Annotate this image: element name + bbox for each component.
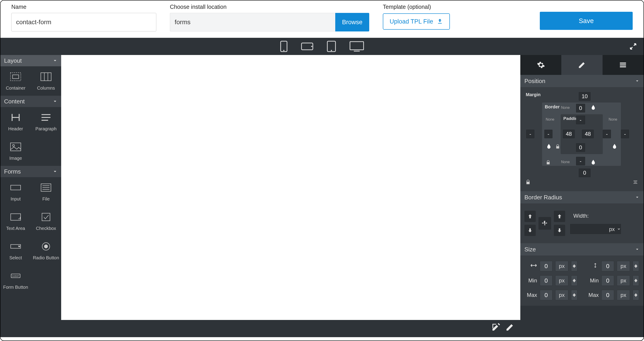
width-unit[interactable]: px bbox=[555, 261, 568, 271]
location-input[interactable] bbox=[170, 13, 335, 31]
panel-header-border-radius[interactable]: Border Radius bbox=[520, 191, 644, 203]
max-height-input[interactable] bbox=[602, 290, 614, 300]
border-color-bottom[interactable] bbox=[590, 159, 596, 165]
min-h-label: Min bbox=[586, 277, 599, 284]
save-button[interactable]: Save bbox=[540, 12, 633, 30]
width-stepper[interactable] bbox=[571, 261, 578, 271]
panel-header-size[interactable]: Size bbox=[520, 243, 644, 256]
widget-columns[interactable]: Columns bbox=[31, 66, 61, 96]
margin-right-input[interactable] bbox=[621, 130, 629, 138]
margin-top-input[interactable] bbox=[579, 92, 590, 101]
device-desktop[interactable] bbox=[349, 41, 364, 52]
location-label: Choose install location bbox=[170, 3, 369, 10]
svg-rect-16 bbox=[10, 143, 21, 151]
padding-top-input[interactable] bbox=[576, 116, 585, 124]
br-up-left[interactable] bbox=[524, 211, 536, 222]
image-icon bbox=[10, 141, 22, 152]
name-input[interactable] bbox=[11, 13, 156, 31]
align-icon[interactable] bbox=[632, 180, 638, 185]
section-header-forms[interactable]: Forms bbox=[0, 166, 61, 177]
edit-style-button[interactable] bbox=[505, 323, 514, 333]
widget-form-button[interactable]: SUBMIT Form Button bbox=[0, 265, 31, 295]
checkbox-icon bbox=[40, 212, 52, 222]
device-tablet[interactable] bbox=[327, 40, 336, 52]
device-phone-portrait[interactable] bbox=[280, 40, 288, 52]
section-title: Layout bbox=[4, 57, 22, 64]
min-width-input[interactable] bbox=[540, 275, 552, 286]
margin-bottom-input[interactable] bbox=[579, 169, 590, 177]
size-panel: px px Min px Min px Max bbox=[520, 256, 644, 306]
height-icon bbox=[592, 263, 599, 268]
gear-icon bbox=[537, 61, 545, 69]
widget-paragraph[interactable]: Paragraph bbox=[31, 107, 61, 136]
widget-header[interactable]: Header bbox=[0, 107, 31, 136]
widget-checkbox[interactable]: Checkbox bbox=[31, 207, 61, 236]
max-height-stepper[interactable] bbox=[633, 290, 639, 300]
min-height-unit[interactable]: px bbox=[617, 275, 630, 286]
border-lock[interactable] bbox=[546, 160, 551, 165]
border-right-input[interactable] bbox=[603, 130, 611, 138]
border-radius-panel: Width: px bbox=[520, 203, 644, 243]
max-width-stepper[interactable] bbox=[571, 290, 578, 300]
max-w-label: Max bbox=[524, 292, 537, 298]
tab-list[interactable] bbox=[602, 55, 644, 75]
border-top-input[interactable] bbox=[576, 104, 585, 112]
fullscreen-button[interactable] bbox=[629, 42, 637, 50]
border-color-left[interactable] bbox=[546, 143, 552, 150]
width-input[interactable] bbox=[540, 261, 552, 271]
padding-left-input[interactable] bbox=[563, 130, 575, 138]
max-height-unit[interactable]: px bbox=[617, 290, 630, 300]
design-canvas[interactable] bbox=[61, 55, 520, 320]
move-icon bbox=[542, 220, 548, 227]
br-move[interactable] bbox=[538, 217, 551, 230]
max-width-input[interactable] bbox=[540, 290, 552, 300]
padding-lock[interactable] bbox=[555, 144, 560, 149]
widget-image[interactable]: Image bbox=[0, 136, 31, 166]
br-down-right[interactable] bbox=[554, 225, 565, 236]
height-input[interactable] bbox=[602, 261, 614, 271]
widget-container[interactable]: Container bbox=[0, 66, 31, 96]
widget-textarea[interactable]: Text Area bbox=[0, 207, 31, 236]
panel-header-position[interactable]: Position bbox=[520, 75, 644, 87]
padding-bottom-input[interactable] bbox=[576, 143, 585, 152]
margin-lock[interactable] bbox=[525, 179, 531, 185]
border-bottom-input[interactable] bbox=[576, 157, 585, 165]
tab-settings[interactable] bbox=[520, 55, 561, 75]
min-w-label: Min bbox=[524, 277, 537, 284]
edit-content-button[interactable] bbox=[491, 323, 500, 333]
br-up-right[interactable] bbox=[554, 211, 565, 222]
browse-button[interactable]: Browse bbox=[335, 13, 369, 31]
widget-input[interactable]: Input bbox=[0, 177, 31, 207]
columns-icon bbox=[40, 71, 52, 82]
widget-label: Image bbox=[9, 155, 22, 161]
min-height-stepper[interactable] bbox=[633, 275, 639, 286]
widget-label: Header bbox=[8, 126, 23, 131]
padding-right-input[interactable] bbox=[582, 130, 594, 138]
box-model-editor: Margin Border Padding None None None Non… bbox=[524, 91, 640, 177]
panel-title: Position bbox=[524, 78, 546, 85]
height-unit[interactable]: px bbox=[617, 261, 630, 271]
max-width-unit[interactable]: px bbox=[555, 290, 568, 300]
min-width-stepper[interactable] bbox=[571, 275, 578, 286]
border-left-input[interactable] bbox=[544, 130, 552, 138]
upload-tpl-button[interactable]: Upload TPL File bbox=[383, 13, 450, 30]
widget-select[interactable]: Select bbox=[0, 236, 31, 265]
height-stepper[interactable] bbox=[633, 261, 639, 271]
pencil-icon bbox=[505, 323, 514, 332]
widget-file[interactable]: File bbox=[31, 177, 61, 207]
section-header-layout[interactable]: Layout bbox=[0, 55, 61, 66]
br-down-left[interactable] bbox=[524, 225, 536, 236]
arrow-up-icon bbox=[556, 213, 562, 219]
widget-radio[interactable]: Radio Button bbox=[31, 236, 61, 265]
border-color-right[interactable] bbox=[612, 143, 617, 150]
br-width-select[interactable]: px bbox=[570, 224, 621, 234]
border-color-top[interactable] bbox=[590, 104, 596, 111]
svg-point-27 bbox=[44, 245, 48, 249]
template-label: Template (optional) bbox=[383, 3, 450, 10]
device-phone-landscape[interactable] bbox=[301, 42, 314, 50]
min-height-input[interactable] bbox=[602, 275, 614, 286]
section-header-content[interactable]: Content bbox=[0, 96, 61, 107]
min-width-unit[interactable]: px bbox=[555, 275, 568, 286]
tab-edit[interactable] bbox=[561, 55, 602, 75]
margin-left-input[interactable] bbox=[526, 130, 534, 138]
